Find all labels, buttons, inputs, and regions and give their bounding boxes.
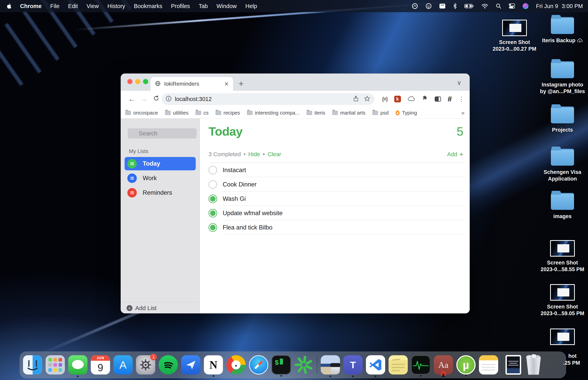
bookmark-folder-interesting[interactable]: interesting compa... [247,110,300,116]
bookmark-folder-psd[interactable]: psd [372,110,389,116]
desktop-icon-screenshot[interactable]: Screen Shot 2023-0...00.27 PM [491,20,538,52]
creative-cloud-icon[interactable] [412,2,418,10]
tab-search-chevron-icon[interactable]: ∨ [457,79,461,86]
dock-calendar-icon[interactable]: JUN 9 [91,355,110,375]
new-tab-button[interactable]: + [239,79,244,89]
menu-bar-clock[interactable]: Fri Jun 9 3:00 PM [536,3,583,9]
extension-code-icon[interactable]: {≡} [382,96,388,102]
browser-menu-kebab-icon[interactable]: ⋮ [458,96,464,103]
reminder-row[interactable]: Wash Gi [209,191,464,206]
spotlight-search-icon[interactable] [496,2,501,10]
bookmark-star-icon[interactable] [364,95,370,103]
utorrent-status-icon[interactable]: µ [425,2,432,10]
menu-profiles[interactable]: Profiles [171,3,190,9]
sidebar-item-work[interactable]: Work [125,171,196,185]
dock-spark-mail-icon[interactable] [181,355,200,375]
complete-toggle-checked[interactable] [209,194,217,203]
dock-notion-icon[interactable]: N [204,355,223,375]
bookmark-folder-cs[interactable]: cs [195,110,209,116]
reminder-row[interactable]: Update wfmaf website [209,206,464,220]
bluetooth-icon[interactable] [453,2,457,10]
clear-link[interactable]: Clear [267,151,281,158]
extension-kagi-icon[interactable]: k [394,96,401,102]
bookmark-typing[interactable]: Typing [396,110,417,116]
complete-toggle[interactable] [209,166,217,174]
dock-dictionary-icon[interactable]: Aa [434,355,453,375]
sidebar-item-today[interactable]: Today [125,157,196,170]
menu-app-name[interactable]: Chrome [20,3,42,9]
dock-utorrent-icon[interactable]: µ [456,355,475,375]
reminder-row[interactable]: Cook Dinner [209,177,464,191]
desktop-icon-screenshot-5855[interactable]: Screen Shot 2023-0...58.55 PM [539,240,586,273]
menu-window[interactable]: Window [216,3,237,9]
dock-messages-icon[interactable] [68,355,87,375]
dock-spotify-icon[interactable] [159,355,178,375]
dock-app-store-icon[interactable]: A [114,355,133,375]
desktop-icon-screenshot-5905[interactable]: Screen Shot 2023-0...59.05 PM [539,284,586,317]
extension-hash-icon[interactable]: # [448,95,452,103]
window-minimize-button[interactable] [135,79,140,84]
reminder-row[interactable]: Flea and tick Bilbo [209,220,464,235]
url-text[interactable]: localhost:3012 [175,96,353,102]
menu-edit[interactable]: Edit [68,3,78,9]
dock-microsoft-teams-icon[interactable]: T [343,355,362,375]
dock-notes-icon[interactable] [479,355,498,375]
menu-view[interactable]: View [86,3,99,9]
back-button[interactable]: ← [128,95,135,103]
share-icon[interactable] [353,95,359,103]
wifi-icon[interactable] [481,2,488,10]
bookmarks-overflow-chevron[interactable]: » [461,110,470,116]
menu-file[interactable]: File [50,3,59,9]
desktop-icon-screenshot-partial[interactable] [539,328,586,345]
apple-menu-icon[interactable] [7,2,11,10]
desktop-icon-folder-iteris-backup[interactable]: Iteris Backup [539,17,586,45]
desktop-icon-folder-instagram[interactable]: Instagram photo by @an...PM_files [539,61,586,95]
window-zoom-button[interactable] [143,79,148,84]
forward-button[interactable]: → [140,95,147,103]
battery-charging-icon[interactable] [464,2,474,10]
complete-toggle[interactable] [209,180,217,189]
sidebar-item-reminders[interactable]: Reminders [125,186,196,199]
bookmark-folder-recipes[interactable]: recipes [216,110,240,116]
siri-icon[interactable] [523,2,529,10]
complete-toggle-checked[interactable] [209,223,217,232]
desktop-icon-folder-projects[interactable]: Projects [539,107,586,133]
desktop-icon-folder-images[interactable]: images [539,193,586,220]
desktop-icon-folder-schengen[interactable]: Schengen Visa Application [539,149,586,182]
side-panel-icon[interactable] [435,96,441,102]
bookmark-folder-oncospace[interactable]: oncospace [125,110,158,116]
dock-chrome-icon[interactable] [227,355,246,375]
dock-green-asterisk-app-icon[interactable] [294,355,313,375]
dock-safari-icon[interactable] [249,355,268,375]
menu-tab[interactable]: Tab [199,3,208,9]
browser-tab[interactable]: lokiReminders ✕ [151,77,233,91]
menu-help[interactable]: Help [246,3,257,9]
search-input[interactable] [128,128,196,138]
dock-launchpad-icon[interactable] [46,355,65,375]
bookmark-folder-utilities[interactable]: utilities [165,110,189,116]
menu-history[interactable]: History [108,3,125,9]
dock-terminal-icon[interactable]: $ [272,355,291,375]
tab-close-icon[interactable]: ✕ [224,81,229,87]
dock-finder-icon[interactable] [23,355,42,375]
dock-trash-icon[interactable] [525,355,543,375]
complete-toggle-checked[interactable] [209,209,217,217]
bookmark-folder-martial-arts[interactable]: martial arts [332,110,365,116]
site-info-icon[interactable] [166,95,172,103]
window-close-button[interactable] [127,79,133,84]
bookmark-folder-iteris[interactable]: iteris [306,110,325,116]
add-reminder-button[interactable]: Add + [447,151,463,158]
control-center-icon[interactable] [509,2,515,10]
reload-button[interactable] [153,95,160,103]
dock-pdf-document-icon[interactable] [505,355,521,375]
dock-stickies-icon[interactable] [389,355,408,375]
dock-activity-monitor-icon[interactable] [411,355,430,375]
dock-vscode-icon[interactable] [366,355,385,375]
menu-bookmarks[interactable]: Bookmarks [134,3,162,9]
reminder-row[interactable]: Instacart [209,163,464,177]
extensions-puzzle-icon[interactable] [422,95,428,103]
address-bar[interactable]: localhost:3012 [162,93,374,105]
dock-system-settings-icon[interactable]: 1 [136,355,155,375]
hide-link[interactable]: Hide [248,151,260,158]
extension-cloud-icon[interactable] [408,96,415,102]
